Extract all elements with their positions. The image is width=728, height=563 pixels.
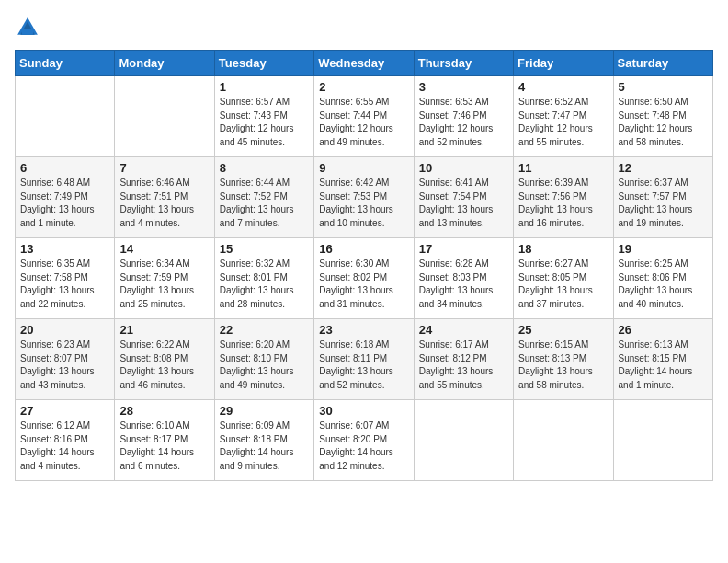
day-detail: Sunrise: 6:20 AM Sunset: 8:10 PM Dayligh… — [220, 339, 309, 392]
day-number: 7 — [119, 161, 209, 175]
day-detail: Sunrise: 6:12 AM Sunset: 8:16 PM Dayligh… — [20, 419, 109, 473]
weekday-header-saturday: Saturday — [613, 51, 712, 76]
calendar-cell: 16Sunrise: 6:30 AM Sunset: 8:02 PM Dayli… — [314, 238, 414, 319]
calendar-cell: 3Sunrise: 6:53 AM Sunset: 7:46 PM Daylig… — [414, 76, 513, 157]
day-number: 1 — [220, 80, 309, 94]
day-number: 17 — [419, 242, 508, 256]
calendar-cell: 6Sunrise: 6:48 AM Sunset: 7:49 PM Daylig… — [16, 157, 115, 238]
calendar-cell: 8Sunrise: 6:44 AM Sunset: 7:52 PM Daylig… — [214, 157, 313, 238]
day-detail: Sunrise: 6:53 AM Sunset: 7:46 PM Dayligh… — [419, 96, 508, 149]
day-detail: Sunrise: 6:09 AM Sunset: 8:18 PM Dayligh… — [220, 419, 309, 473]
calendar-cell: 26Sunrise: 6:13 AM Sunset: 8:15 PM Dayli… — [613, 319, 712, 400]
day-number: 9 — [319, 161, 408, 175]
weekday-header-tuesday: Tuesday — [214, 51, 313, 76]
day-detail: Sunrise: 6:23 AM Sunset: 8:07 PM Dayligh… — [20, 339, 109, 392]
day-number: 2 — [319, 80, 408, 94]
calendar-cell: 4Sunrise: 6:52 AM Sunset: 7:47 PM Daylig… — [514, 76, 613, 157]
day-number: 25 — [518, 323, 608, 337]
day-number: 27 — [20, 404, 109, 418]
logo — [15, 15, 44, 40]
calendar-cell: 7Sunrise: 6:46 AM Sunset: 7:51 PM Daylig… — [115, 157, 214, 238]
day-detail: Sunrise: 6:41 AM Sunset: 7:54 PM Dayligh… — [419, 177, 508, 230]
calendar-cell: 5Sunrise: 6:50 AM Sunset: 7:48 PM Daylig… — [613, 76, 712, 157]
day-detail: Sunrise: 6:10 AM Sunset: 8:17 PM Dayligh… — [119, 419, 209, 473]
day-detail: Sunrise: 6:25 AM Sunset: 8:06 PM Dayligh… — [619, 258, 708, 311]
weekday-header-sunday: Sunday — [16, 51, 115, 76]
calendar-cell: 29Sunrise: 6:09 AM Sunset: 8:18 PM Dayli… — [214, 400, 313, 481]
day-number: 16 — [319, 242, 408, 256]
calendar-cell — [115, 76, 214, 157]
day-number: 29 — [220, 404, 309, 418]
day-number: 18 — [518, 242, 608, 256]
calendar-cell: 11Sunrise: 6:39 AM Sunset: 7:56 PM Dayli… — [514, 157, 613, 238]
calendar-cell: 30Sunrise: 6:07 AM Sunset: 8:20 PM Dayli… — [314, 400, 414, 481]
day-number: 12 — [619, 161, 708, 175]
day-detail: Sunrise: 6:22 AM Sunset: 8:08 PM Dayligh… — [119, 339, 209, 392]
day-number: 13 — [20, 242, 109, 256]
day-detail: Sunrise: 6:52 AM Sunset: 7:47 PM Dayligh… — [518, 96, 608, 149]
day-number: 10 — [419, 161, 508, 175]
week-row-1: 1Sunrise: 6:57 AM Sunset: 7:43 PM Daylig… — [16, 76, 713, 157]
day-detail: Sunrise: 6:46 AM Sunset: 7:51 PM Dayligh… — [119, 177, 209, 230]
calendar-cell: 9Sunrise: 6:42 AM Sunset: 7:53 PM Daylig… — [314, 157, 414, 238]
day-detail: Sunrise: 6:13 AM Sunset: 8:15 PM Dayligh… — [619, 339, 708, 392]
day-detail: Sunrise: 6:32 AM Sunset: 8:01 PM Dayligh… — [220, 258, 309, 311]
day-detail: Sunrise: 6:17 AM Sunset: 8:12 PM Dayligh… — [419, 339, 508, 392]
day-number: 4 — [518, 80, 608, 94]
day-number: 22 — [220, 323, 309, 337]
calendar-cell: 1Sunrise: 6:57 AM Sunset: 7:43 PM Daylig… — [214, 76, 313, 157]
day-detail: Sunrise: 6:57 AM Sunset: 7:43 PM Dayligh… — [220, 96, 309, 149]
calendar-cell: 22Sunrise: 6:20 AM Sunset: 8:10 PM Dayli… — [214, 319, 313, 400]
weekday-header-friday: Friday — [514, 51, 613, 76]
day-number: 20 — [20, 323, 109, 337]
calendar-cell — [514, 400, 613, 481]
weekday-header-wednesday: Wednesday — [314, 51, 414, 76]
day-number: 6 — [20, 161, 109, 175]
day-number: 15 — [220, 242, 309, 256]
calendar-cell: 19Sunrise: 6:25 AM Sunset: 8:06 PM Dayli… — [613, 238, 712, 319]
day-detail: Sunrise: 6:39 AM Sunset: 7:56 PM Dayligh… — [518, 177, 608, 230]
calendar-cell: 27Sunrise: 6:12 AM Sunset: 8:16 PM Dayli… — [16, 400, 115, 481]
day-number: 26 — [619, 323, 708, 337]
day-detail: Sunrise: 6:07 AM Sunset: 8:20 PM Dayligh… — [319, 419, 408, 473]
week-row-2: 6Sunrise: 6:48 AM Sunset: 7:49 PM Daylig… — [16, 157, 713, 238]
day-detail: Sunrise: 6:55 AM Sunset: 7:44 PM Dayligh… — [319, 96, 408, 149]
calendar-cell: 10Sunrise: 6:41 AM Sunset: 7:54 PM Dayli… — [414, 157, 513, 238]
week-row-3: 13Sunrise: 6:35 AM Sunset: 7:58 PM Dayli… — [16, 238, 713, 319]
header — [15, 15, 713, 40]
week-row-5: 27Sunrise: 6:12 AM Sunset: 8:16 PM Dayli… — [16, 400, 713, 481]
day-detail: Sunrise: 6:30 AM Sunset: 8:02 PM Dayligh… — [319, 258, 408, 311]
day-number: 11 — [518, 161, 608, 175]
day-detail: Sunrise: 6:18 AM Sunset: 8:11 PM Dayligh… — [319, 339, 408, 392]
day-detail: Sunrise: 6:42 AM Sunset: 7:53 PM Dayligh… — [319, 177, 408, 230]
day-detail: Sunrise: 6:27 AM Sunset: 8:05 PM Dayligh… — [518, 258, 608, 311]
weekday-header-row: SundayMondayTuesdayWednesdayThursdayFrid… — [16, 51, 713, 76]
calendar-table: SundayMondayTuesdayWednesdayThursdayFrid… — [15, 50, 713, 481]
calendar-cell: 28Sunrise: 6:10 AM Sunset: 8:17 PM Dayli… — [115, 400, 214, 481]
day-number: 8 — [220, 161, 309, 175]
day-detail: Sunrise: 6:44 AM Sunset: 7:52 PM Dayligh… — [220, 177, 309, 230]
day-number: 19 — [619, 242, 708, 256]
week-row-4: 20Sunrise: 6:23 AM Sunset: 8:07 PM Dayli… — [16, 319, 713, 400]
calendar-cell: 21Sunrise: 6:22 AM Sunset: 8:08 PM Dayli… — [115, 319, 214, 400]
day-number: 23 — [319, 323, 408, 337]
day-number: 3 — [419, 80, 508, 94]
day-number: 30 — [319, 404, 408, 418]
calendar-cell: 15Sunrise: 6:32 AM Sunset: 8:01 PM Dayli… — [214, 238, 313, 319]
day-detail: Sunrise: 6:37 AM Sunset: 7:57 PM Dayligh… — [619, 177, 708, 230]
calendar-cell — [414, 400, 513, 481]
calendar-cell: 18Sunrise: 6:27 AM Sunset: 8:05 PM Dayli… — [514, 238, 613, 319]
day-detail: Sunrise: 6:34 AM Sunset: 7:59 PM Dayligh… — [119, 258, 209, 311]
calendar-cell: 24Sunrise: 6:17 AM Sunset: 8:12 PM Dayli… — [414, 319, 513, 400]
day-detail: Sunrise: 6:50 AM Sunset: 7:48 PM Dayligh… — [619, 96, 708, 149]
svg-rect-2 — [22, 29, 33, 35]
day-detail: Sunrise: 6:28 AM Sunset: 8:03 PM Dayligh… — [419, 258, 508, 311]
calendar-cell: 14Sunrise: 6:34 AM Sunset: 7:59 PM Dayli… — [115, 238, 214, 319]
calendar-cell — [613, 400, 712, 481]
weekday-header-monday: Monday — [115, 51, 214, 76]
calendar-cell: 20Sunrise: 6:23 AM Sunset: 8:07 PM Dayli… — [16, 319, 115, 400]
calendar-cell: 23Sunrise: 6:18 AM Sunset: 8:11 PM Dayli… — [314, 319, 414, 400]
calendar-cell: 13Sunrise: 6:35 AM Sunset: 7:58 PM Dayli… — [16, 238, 115, 319]
day-detail: Sunrise: 6:35 AM Sunset: 7:58 PM Dayligh… — [20, 258, 109, 311]
day-number: 5 — [619, 80, 708, 94]
